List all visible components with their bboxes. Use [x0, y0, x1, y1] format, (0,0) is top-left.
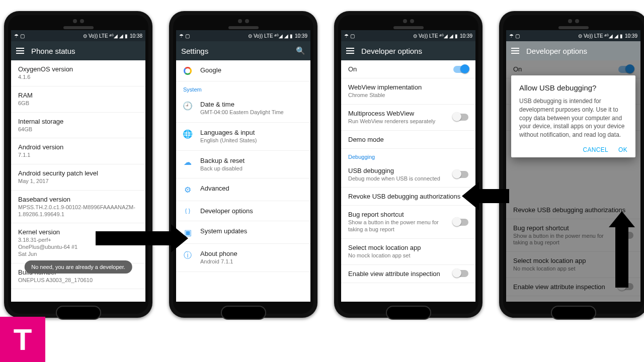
row-advanced[interactable]: ⚙Advanced [176, 178, 310, 201]
status-bar: ☂ ▢ ⊝ Vo)) LTE ⁴ᴳ◢ ◢ ▮10:39 [176, 30, 310, 41]
row-ram[interactable]: RAM6GB [11, 86, 145, 113]
row-google[interactable]: Google [176, 60, 310, 81]
screen-developer-options: ☂ ▢ ⊝ Vo)) LTE ⁴ᴳ◢ ◢ ▮10:39 Developer op… [341, 30, 475, 302]
gear-icon: ⚙ [183, 185, 192, 195]
hamburger-icon[interactable] [346, 46, 354, 55]
phone-inner: ☂ ▢ ⊝ Vo)) LTE ⁴ᴳ◢ ◢ ▮10:39 Settings 🔍 G… [173, 15, 313, 314]
cloud-icon: ☁ [183, 157, 192, 167]
row-baseband[interactable]: Baseband versionMPSS.TH.2.0.c1.9-00102-M… [11, 191, 145, 224]
status-right-icons: ⊝ Vo)) LTE ⁴ᴳ◢ ◢ ▮ [83, 33, 128, 39]
screen-settings: ☂ ▢ ⊝ Vo)) LTE ⁴ᴳ◢ ◢ ▮10:39 Settings 🔍 G… [176, 30, 310, 302]
row-about-phone[interactable]: ⓘAbout phoneAndroid 7.1.1 [176, 244, 310, 272]
appbar-title: Phone status [31, 47, 75, 55]
hamburger-icon [511, 46, 519, 55]
section-debugging: Debugging [341, 149, 475, 162]
status-left-icons: ☂ ▢ [14, 33, 25, 39]
row-android-version[interactable]: Android version7.1.1 [11, 138, 145, 164]
app-bar: Developer options [341, 41, 475, 60]
row-mock-location[interactable]: Select mock location appNo mock location… [341, 239, 475, 265]
phone-inner: ☂ ▢ ⊝ Vo)) LTE ⁴ᴳ◢ ◢ ▮10:38 Phone status… [8, 15, 148, 314]
home-button[interactable] [551, 306, 596, 320]
dialog-title: Allow USB debugging? [519, 83, 627, 92]
switch-multiprocess[interactable] [453, 114, 468, 121]
globe-icon: 🌐 [183, 129, 192, 139]
row-security-patch[interactable]: Android security patch levelMay 1, 2017 [11, 164, 145, 191]
arrow-step-1 [96, 224, 188, 252]
app-bar: Settings 🔍 [176, 41, 310, 60]
row-demo-mode[interactable]: Demo mode [341, 131, 475, 149]
appbar-title: Settings [181, 47, 208, 55]
dialog-message: USB debugging is intended for developmen… [519, 97, 627, 139]
row-date-time[interactable]: 🕘Date & timeGMT-04:00 Eastern Daylight T… [176, 95, 310, 123]
section-system: System [176, 81, 310, 95]
toast-already-developer: No need, you are already a developer. [24, 260, 132, 274]
developer-options-list[interactable]: On WebView implementationChrome Stable M… [341, 60, 475, 302]
arrow-step-3 [609, 211, 635, 288]
row-view-attribute[interactable]: Enable view attribute inspection [341, 265, 475, 283]
cancel-button[interactable]: CANCEL [583, 146, 608, 153]
row-usb-debugging[interactable]: USB debuggingDebug mode when USB is conn… [341, 162, 475, 188]
switch-view-attr[interactable] [453, 270, 468, 277]
home-button[interactable] [386, 306, 431, 320]
phone-3-frame: ☂ ▢ ⊝ Vo)) LTE ⁴ᴳ◢ ◢ ▮10:39 Developer op… [334, 11, 482, 318]
row-backup[interactable]: ☁Backup & resetBack up disabled [176, 151, 310, 179]
app-bar: Phone status [11, 41, 145, 60]
phone-status-list[interactable]: OxygenOS version4.1.6 RAM6GB Internal st… [11, 60, 145, 302]
clock-icon: 🕘 [183, 101, 192, 111]
google-icon [183, 66, 192, 75]
ok-button[interactable]: OK [618, 146, 627, 153]
screen-phone-status: ☂ ▢ ⊝ Vo)) LTE ⁴ᴳ◢ ◢ ▮10:38 Phone status… [11, 30, 145, 302]
search-icon[interactable]: 🔍 [296, 46, 305, 55]
row-storage[interactable]: Internal storage64GB [11, 113, 145, 139]
status-bar: ☂ ▢ ⊝ Vo)) LTE ⁴ᴳ◢ ◢ ▮10:39 [341, 30, 475, 41]
brand-logo: T [0, 317, 45, 362]
row-bug-report-shortcut[interactable]: Bug report shortcutShow a button in the … [341, 206, 475, 239]
status-clock: 10:38 [130, 33, 142, 39]
home-button[interactable] [221, 306, 266, 320]
row-revoke-auth[interactable]: Revoke USB debugging authorizations [341, 188, 475, 206]
row-master-on[interactable]: On [341, 60, 475, 78]
appbar-title: Developer options [361, 47, 422, 55]
status-bar: ☂ ▢ ⊝ Vo)) LTE ⁴ᴳ◢ ◢ ▮10:39 [506, 30, 640, 41]
row-webview-impl[interactable]: WebView implementationChrome Stable [341, 78, 475, 105]
switch-usb-debugging[interactable] [453, 171, 468, 178]
row-developer-options[interactable]: { }Developer options [176, 201, 310, 221]
phone-1-frame: ☂ ▢ ⊝ Vo)) LTE ⁴ᴳ◢ ◢ ▮10:38 Phone status… [4, 11, 152, 318]
switch-master[interactable] [453, 66, 468, 73]
home-button[interactable] [56, 306, 101, 320]
switch-bug-report[interactable] [453, 219, 468, 226]
phone-2-frame: ☂ ▢ ⊝ Vo)) LTE ⁴ᴳ◢ ◢ ▮10:39 Settings 🔍 G… [169, 11, 317, 318]
status-bar: ☂ ▢ ⊝ Vo)) LTE ⁴ᴳ◢ ◢ ▮10:38 [11, 30, 145, 41]
row-multiprocess-webview[interactable]: Multiprocess WebViewRun WebView renderer… [341, 105, 475, 131]
braces-icon: { } [183, 207, 192, 214]
dialog-usb-debugging: Allow USB debugging? USB debugging is in… [511, 75, 635, 157]
row-languages[interactable]: 🌐Languages & inputEnglish (United States… [176, 123, 310, 151]
hamburger-icon[interactable] [16, 46, 24, 55]
app-bar: Developer options [506, 41, 640, 60]
row-oxygenos[interactable]: OxygenOS version4.1.6 [11, 60, 145, 86]
row-system-updates[interactable]: ▣System updates [176, 221, 310, 244]
settings-list[interactable]: Google System 🕘Date & timeGMT-04:00 East… [176, 60, 310, 302]
arrow-step-2 [462, 182, 509, 210]
